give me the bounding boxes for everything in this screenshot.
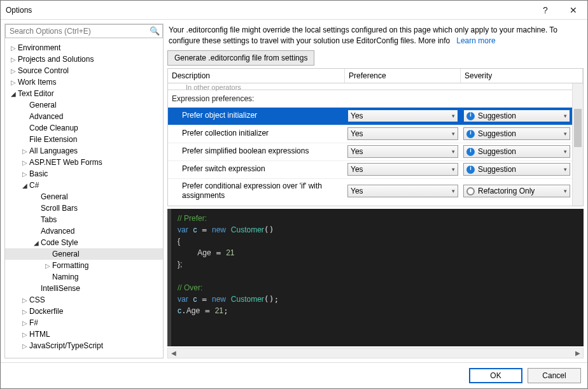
column-description[interactable]: Description	[168, 69, 345, 83]
tree-item-f-[interactable]: ▷F#	[5, 317, 163, 329]
tree-item-asp-net-web-forms[interactable]: ▷ASP.NET Web Forms	[5, 157, 163, 168]
circle-icon	[466, 187, 475, 195]
tree-item-css[interactable]: ▷CSS	[5, 294, 163, 306]
column-preference[interactable]: Preference	[345, 69, 461, 83]
ok-button[interactable]: OK	[469, 368, 522, 383]
grid-vertical-scrollbar[interactable]	[572, 83, 583, 206]
tree-item-intellisense[interactable]: IntelliSense	[5, 283, 163, 294]
chevron-icon[interactable]: ◢	[9, 90, 18, 97]
tree-item-code-style[interactable]: ◢Code Style	[5, 237, 163, 248]
chevron-down-icon: ▾	[564, 166, 567, 173]
setting-description: Prefer collection initializer	[168, 126, 345, 141]
tree-item-c-[interactable]: ◢C#	[5, 180, 163, 191]
chevron-icon[interactable]: ▷	[20, 297, 29, 304]
window-controls: ? ✕	[531, 1, 587, 19]
chevron-icon[interactable]: ▷	[43, 262, 52, 269]
chevron-icon[interactable]: ▷	[20, 343, 29, 350]
severity-dropdown[interactable]: iSuggestion▾	[463, 110, 570, 122]
tree-item-basic[interactable]: ▷Basic	[5, 168, 163, 180]
tree-item-code-cleanup[interactable]: Code Cleanup	[5, 122, 163, 134]
tree-item-html[interactable]: ▷HTML	[5, 329, 163, 340]
chevron-down-icon: ▾	[452, 131, 455, 137]
preference-dropdown[interactable]: Yes▾	[347, 185, 458, 197]
chevron-down-icon: ▾	[452, 188, 455, 194]
tree-item-file-extension[interactable]: File Extension	[5, 134, 163, 145]
tree-item-naming[interactable]: Naming	[5, 271, 163, 283]
chevron-icon[interactable]: ▷	[9, 67, 18, 74]
dialog-body: 🔍 ▷Environment▷Projects and Solutions▷So…	[1, 20, 587, 362]
dialog-footer: OK Cancel	[1, 362, 587, 388]
tree-item-projects-and-solutions[interactable]: ▷Projects and Solutions	[5, 53, 163, 65]
severity-dropdown[interactable]: iSuggestion▾	[463, 145, 570, 158]
tree-item-environment[interactable]: ▷Environment	[5, 42, 163, 53]
tree-item-label: Text Editor	[18, 89, 54, 98]
tree-item-label: Source Control	[18, 66, 69, 75]
content-horizontal-scrollbar[interactable]: ◀ ▶	[167, 348, 584, 358]
tree-item-scroll-bars[interactable]: Scroll Bars	[5, 202, 163, 214]
preference-dropdown[interactable]: Yes▾	[347, 163, 458, 176]
setting-row[interactable]: Prefer simplified boolean expressionsYes…	[168, 143, 583, 160]
severity-dropdown[interactable]: Refactoring Only▾	[463, 185, 570, 197]
setting-row[interactable]: Prefer conditional expression over 'if' …	[168, 178, 583, 204]
tree-item-advanced[interactable]: Advanced	[5, 111, 163, 122]
preference-value: Yes	[351, 187, 363, 195]
chevron-down-icon: ▾	[452, 113, 455, 119]
tree-item-label: General	[41, 192, 68, 201]
setting-row[interactable]: Prefer object initializerYes▾iSuggestion…	[168, 107, 583, 125]
tree-item-label: Naming	[52, 272, 78, 281]
severity-value: Refactoring Only	[478, 187, 535, 195]
tree-item-general[interactable]: General	[5, 99, 163, 111]
search-input[interactable]	[5, 24, 163, 38]
chevron-icon[interactable]: ▷	[9, 56, 18, 63]
tree-item-label: General	[29, 101, 57, 110]
scroll-right-icon[interactable]: ▶	[572, 348, 583, 358]
chevron-icon[interactable]: ▷	[9, 79, 18, 86]
tree-item-source-control[interactable]: ▷Source Control	[5, 65, 163, 76]
tree-item-label: Code Style	[41, 238, 78, 247]
tree-item-general[interactable]: General	[5, 248, 163, 260]
cancel-button[interactable]: Cancel	[528, 368, 581, 383]
scroll-left-icon[interactable]: ◀	[168, 348, 179, 358]
severity-dropdown[interactable]: iSuggestion▾	[463, 163, 570, 176]
chevron-icon[interactable]: ▷	[20, 148, 29, 155]
window-title: Options	[6, 6, 32, 15]
tree-item-label: Scroll Bars	[41, 204, 78, 213]
tree-item-work-items[interactable]: ▷Work Items	[5, 76, 163, 88]
generate-editorconfig-button[interactable]: Generate .editorconfig file from setting…	[167, 50, 314, 66]
tree-item-label: Work Items	[18, 78, 56, 87]
chevron-down-icon: ▾	[564, 113, 567, 119]
tree-item-label: Formatting	[52, 261, 88, 270]
preference-dropdown[interactable]: Yes▾	[347, 110, 458, 122]
severity-value: Suggestion	[478, 147, 516, 156]
help-button[interactable]: ?	[531, 1, 559, 19]
column-severity[interactable]: Severity	[461, 69, 583, 83]
cutoff-row: In other operators	[168, 83, 583, 90]
setting-row[interactable]: Prefer switch expressionYes▾iSuggestion▾	[168, 160, 583, 178]
tree-item-text-editor[interactable]: ◢Text Editor	[5, 88, 163, 99]
group-expression-preferences: Expression preferences:	[168, 90, 583, 107]
chevron-icon[interactable]: ▷	[20, 331, 29, 338]
tree-item-advanced[interactable]: Advanced	[5, 225, 163, 237]
tree-item-general[interactable]: General	[5, 191, 163, 202]
tree-item-tabs[interactable]: Tabs	[5, 214, 163, 225]
chevron-icon[interactable]: ▷	[20, 171, 29, 178]
preference-dropdown[interactable]: Yes▾	[347, 127, 458, 140]
chevron-icon[interactable]: ◢	[20, 182, 29, 189]
close-button[interactable]: ✕	[559, 1, 587, 19]
tree-item-javascript-typescript[interactable]: ▷JavaScript/TypeScript	[5, 340, 163, 351]
chevron-icon[interactable]: ▷	[20, 159, 29, 166]
options-tree[interactable]: ▷Environment▷Projects and Solutions▷Sour…	[5, 41, 163, 358]
tree-item-label: F#	[29, 318, 38, 327]
chevron-icon[interactable]: ▷	[20, 320, 29, 327]
severity-dropdown[interactable]: iSuggestion▾	[463, 127, 570, 140]
tree-item-dockerfile[interactable]: ▷Dockerfile	[5, 306, 163, 317]
chevron-icon[interactable]: ◢	[32, 239, 41, 246]
tree-item-label: Environment	[18, 43, 60, 52]
preference-dropdown[interactable]: Yes▾	[347, 145, 458, 158]
chevron-icon[interactable]: ▷	[9, 45, 18, 52]
tree-item-formatting[interactable]: ▷Formatting	[5, 260, 163, 271]
tree-item-all-languages[interactable]: ▷All Languages	[5, 145, 163, 157]
learn-more-link[interactable]: Learn more	[456, 36, 495, 45]
chevron-icon[interactable]: ▷	[20, 308, 29, 315]
setting-row[interactable]: Prefer collection initializerYes▾iSugges…	[168, 125, 583, 143]
